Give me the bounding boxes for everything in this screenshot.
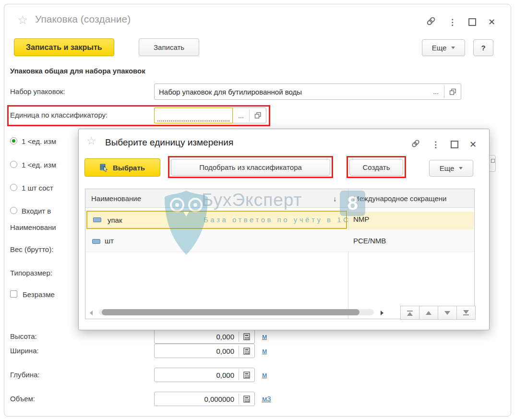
- table-row-sht[interactable]: шт PCE/NMB: [85, 230, 474, 252]
- hscroll-right-icon[interactable]: [381, 311, 383, 315]
- maximize-icon[interactable]: [468, 18, 476, 26]
- width-input[interactable]: 0,000: [155, 344, 239, 358]
- column-name-header[interactable]: Наименование: [91, 189, 141, 207]
- height-calculator-icon[interactable]: [239, 330, 254, 343]
- radio-selected-dot: [12, 139, 15, 143]
- go-up-button[interactable]: [419, 306, 438, 320]
- table-nav-buttons: [401, 306, 476, 320]
- unit-name: шт: [105, 237, 114, 245]
- modal-favorite-star-icon[interactable]: ☆: [86, 135, 96, 146]
- modal-link-icon[interactable]: [411, 139, 420, 150]
- radio-unit-option-3[interactable]: [10, 184, 17, 191]
- hidden-field-fragment: [489, 155, 496, 172]
- save-and-close-button[interactable]: Записать и закрыть: [14, 38, 114, 56]
- modal-more-button[interactable]: Еще: [429, 160, 473, 177]
- create-highlight: [347, 156, 406, 178]
- selected-cell[interactable]: упак: [86, 211, 347, 229]
- column-intl-header[interactable]: Международное сокращени: [353, 189, 474, 207]
- select-label: Выбрать: [113, 164, 145, 172]
- list-item-icon: [92, 239, 100, 244]
- help-button[interactable]: ?: [473, 39, 493, 56]
- volume-calculator-icon[interactable]: [239, 392, 254, 406]
- depth-label: Глубина:: [10, 371, 39, 379]
- width-field: 0,000: [154, 344, 255, 358]
- radio-unit-option-1[interactable]: [10, 137, 17, 144]
- modal-chevron-down-icon: [459, 167, 463, 169]
- package-set-input[interactable]: Набор упаковок для бутилированной воды: [155, 84, 428, 99]
- package-set-open-icon[interactable]: [444, 84, 461, 99]
- dimensionless-checkbox[interactable]: [10, 290, 17, 298]
- table-row-upak[interactable]: упак NMP: [85, 207, 474, 230]
- select-button[interactable]: Выбрать: [84, 158, 160, 177]
- radio-unit-option-2[interactable]: [10, 161, 17, 168]
- sort-desc-icon: ↓: [333, 189, 337, 207]
- modal-maximize-icon[interactable]: [451, 141, 458, 148]
- height-label: Высота:: [10, 332, 37, 340]
- depth-calculator-icon[interactable]: [239, 368, 254, 382]
- screen: ☆ Упаковка (создание) ⋮ ✕ Записать и зак…: [0, 0, 515, 420]
- package-set-label: Набор упаковок:: [10, 87, 65, 96]
- unit-intl: PCE/NMB: [353, 237, 386, 245]
- radio-unit-option-4-label: Входит в: [22, 207, 51, 215]
- hscroll-left-icon[interactable]: [90, 311, 93, 315]
- radio-unit-option-2-label: 1 <ед. изм: [22, 161, 56, 169]
- height-field: 0,000: [154, 329, 255, 344]
- volume-label: Объем:: [10, 395, 35, 403]
- depth-field: 0,000: [154, 368, 255, 382]
- width-label: Ширина:: [10, 347, 39, 355]
- favorite-star-icon[interactable]: ☆: [17, 14, 28, 26]
- gross-weight-label: Вес (брутто):: [10, 245, 53, 253]
- volume-field: 0,000000: [154, 392, 255, 406]
- window-controls: ⋮ ✕: [426, 16, 495, 28]
- select-icon: [100, 163, 109, 172]
- chevron-down-icon: [451, 47, 455, 49]
- height-unit-link[interactable]: м: [262, 332, 267, 340]
- modal-more-label: Еще: [440, 164, 455, 172]
- depth-input[interactable]: 0,000: [155, 368, 239, 382]
- hscroll-thumb[interactable]: [102, 309, 359, 315]
- units-table-header: Наименование ↓ Международное сокращени: [85, 189, 474, 208]
- name-label: Наименовани: [10, 223, 56, 231]
- package-set-field: Набор упаковок для бутилированной воды .…: [154, 84, 461, 100]
- go-last-button[interactable]: [456, 306, 476, 320]
- classifier-unit-highlight: [7, 105, 270, 126]
- radio-unit-option-4[interactable]: [10, 207, 17, 214]
- size-type-label: Типоразмер:: [10, 269, 52, 277]
- unit-name: упак: [108, 216, 122, 224]
- go-down-button[interactable]: [438, 306, 457, 320]
- volume-unit-link[interactable]: м3: [262, 395, 271, 403]
- menu-dots-icon[interactable]: ⋮: [448, 18, 456, 26]
- list-item-icon: [93, 217, 101, 222]
- link-icon[interactable]: [426, 16, 436, 28]
- radio-unit-option-3-label: 1 шт сост: [22, 184, 53, 192]
- pick-from-classifier-highlight: [168, 156, 333, 178]
- radio-unit-option-1-label: 1 <ед. изм: [22, 137, 56, 145]
- modal-title: Выберите единицу измерения: [105, 137, 233, 148]
- save-button[interactable]: Записать: [139, 38, 199, 56]
- go-first-button[interactable]: [400, 306, 419, 320]
- more-button[interactable]: Еще: [422, 39, 465, 56]
- unit-select-dialog: ☆ Выберите единицу измерения ⋮ ✕ Выбрать…: [78, 129, 490, 330]
- section-header: Упаковка общая для набора упаковок: [10, 67, 145, 75]
- modal-close-icon[interactable]: ✕: [469, 140, 477, 149]
- more-label: Еще: [432, 44, 447, 52]
- row-divider: [85, 252, 474, 252]
- unit-intl: NMP: [353, 215, 369, 223]
- package-set-browse-button[interactable]: ...: [428, 84, 444, 99]
- units-table: Наименование ↓ Международное сокращени у…: [85, 189, 475, 319]
- volume-input[interactable]: 0,000000: [155, 392, 239, 406]
- close-icon[interactable]: ✕: [488, 18, 495, 26]
- width-calculator-icon[interactable]: [239, 344, 254, 358]
- dimensionless-label: Безразме: [23, 290, 55, 299]
- modal-window-controls: ⋮ ✕: [411, 139, 477, 150]
- width-unit-link[interactable]: м: [262, 347, 267, 355]
- depth-unit-link[interactable]: м: [262, 371, 267, 379]
- modal-menu-dots-icon[interactable]: ⋮: [431, 141, 440, 149]
- height-input[interactable]: 0,000: [155, 330, 239, 343]
- window-title: Упаковка (создание): [35, 13, 131, 25]
